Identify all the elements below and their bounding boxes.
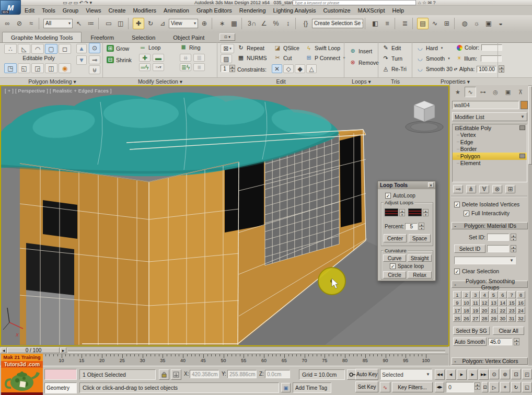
menu-tools[interactable]: Tools (38, 7, 59, 14)
color-swatch[interactable] (481, 44, 502, 51)
visibility-swatch-icon[interactable] (519, 154, 525, 158)
smooth-30-button[interactable]: ◡Smooth 30▾ (417, 65, 457, 72)
create-tab[interactable]: ★ (452, 87, 464, 97)
menu-lighting-analysis[interactable]: Lighting Analysis (270, 7, 320, 14)
loop-tools-dialog[interactable]: Loop Tools ✕ AutoLoop Adjust Loops ▲▼ ▲▼… (377, 181, 436, 281)
tris-panel-label[interactable]: Tris (379, 78, 412, 85)
x-coordinate-field[interactable]: 420.358cm (190, 370, 219, 378)
smoothing-group-29[interactable]: 29 (490, 315, 498, 322)
percent-field[interactable]: 5 (405, 223, 418, 230)
shift-down-icon[interactable]: ▼ (76, 55, 87, 65)
smoothing-group-8[interactable]: 8 (517, 291, 525, 298)
stack-item-element[interactable]: ┈Element (453, 160, 527, 167)
stack-item-edge[interactable]: ┈Edge (453, 138, 527, 146)
loops-panel-label[interactable]: Loops ▾ (345, 78, 378, 85)
bind-to-space-warp-icon[interactable]: ≈ (26, 18, 37, 29)
set-key-button[interactable]: Set Key (355, 381, 378, 392)
space-loop-checkbox[interactable] (390, 263, 396, 269)
smoothing-group-24[interactable]: 24 (517, 307, 525, 314)
mirror-icon[interactable]: ◧ (369, 18, 381, 29)
go-to-end-button[interactable]: ▶▶ (479, 369, 489, 380)
smoothing-group-14[interactable]: 14 (499, 299, 507, 306)
named-selection-sets-dropdown[interactable]: Create Selection Se▾ (312, 19, 363, 28)
smoothing-group-23[interactable]: 23 (507, 307, 516, 314)
selection-lock-toggle[interactable] (159, 369, 169, 380)
stack-item-vertex[interactable]: ┈Vertex (453, 132, 527, 139)
clear-all-button[interactable]: Clear All (493, 327, 524, 335)
object-name-field[interactable]: wall04 (452, 101, 519, 109)
set-id-field[interactable] (487, 234, 509, 241)
previous-frame-button[interactable]: ◀ (446, 369, 456, 380)
constraint-face-icon[interactable]: ◆ (295, 64, 305, 73)
maxscript-mini-listener-white[interactable]: Geometry (44, 382, 77, 393)
material-name-dropdown[interactable]: ▼ (454, 257, 516, 264)
reference-coordinate-dropdown[interactable]: View▾ (169, 19, 198, 28)
grow-loop-button[interactable]: ✚ (139, 54, 151, 62)
smoothing-group-21[interactable]: 21 (490, 307, 498, 314)
show-end-result-icon[interactable]: ⋔ (466, 185, 476, 193)
material-ids-rollout-header[interactable]: - Polygon: Material IDs (452, 222, 528, 229)
hard-edges-button[interactable]: ◡Hard▾ (417, 44, 443, 51)
use-pivot-point-center-icon[interactable]: ⊕ (199, 18, 210, 29)
default-in-out-tangent-button[interactable]: ∿ (380, 382, 390, 392)
remove-loop-button[interactable]: ⊗Remove (349, 59, 379, 66)
graphite-ribbon-toggle-icon[interactable]: ▤ (417, 18, 429, 29)
panel-scrollbar-thumb[interactable] (528, 86, 532, 165)
menu-rendering[interactable]: Rendering (236, 7, 270, 14)
field-of-view-button[interactable]: ▷ (489, 382, 499, 392)
polygon-modeling-panel-label[interactable]: Polygon Modeling ▾ (2, 78, 102, 85)
shift-up-icon[interactable]: ▲ (76, 44, 87, 53)
set-id-spinner[interactable]: ▲▼ (511, 234, 516, 241)
select-by-sg-button[interactable]: Select By SG (453, 327, 490, 335)
smoothing-group-2[interactable]: 2 (462, 291, 470, 298)
menu-edit[interactable]: Edit (21, 7, 38, 14)
close-icon[interactable]: ✕ (428, 182, 434, 188)
menu-graph-editors[interactable]: Graph Editors (193, 7, 236, 14)
edit-value-field[interactable]: 1 (221, 65, 229, 72)
full-interactivity-checkbox[interactable] (464, 211, 469, 216)
smoothing-group-16[interactable]: 16 (517, 299, 525, 306)
center-button[interactable]: Center (384, 234, 407, 242)
menu-animation[interactable]: Animation (160, 7, 193, 14)
spinner-snap-icon[interactable]: ↕ (282, 18, 294, 29)
select-object-icon[interactable]: ↖ (73, 18, 85, 29)
loop-spinner-1[interactable]: ▲▼ (399, 209, 405, 216)
delete-isolated-row[interactable]: Delete Isolated Vertices (454, 201, 519, 207)
smoothing-group-22[interactable]: 22 (499, 307, 507, 314)
smoothing-group-15[interactable]: 15 (507, 299, 516, 306)
configure-modifier-sets-icon[interactable]: ⊞ (505, 185, 515, 193)
unlink-selection-icon[interactable]: ⊘ (14, 18, 25, 29)
qslice-button[interactable]: ◪QSlice (274, 44, 299, 51)
element-mode-icon[interactable]: ◻ (59, 44, 71, 54)
angle-snap-icon[interactable]: ∠ (258, 18, 270, 29)
smoothing-group-1[interactable]: 1 (453, 291, 461, 298)
smoothing-group-5[interactable]: 5 (490, 291, 498, 298)
curve-editor-icon[interactable]: ∿ (429, 18, 441, 29)
time-slider-track[interactable] (68, 350, 445, 353)
modify-selection-panel-label[interactable]: Modify Selection ▾ (103, 78, 217, 85)
percent-snap-icon[interactable]: % (270, 18, 282, 29)
zoom-button[interactable]: ⊙ (489, 369, 499, 379)
frame-spinner[interactable]: ▲▼ (475, 382, 480, 390)
illum-swatch[interactable] (481, 55, 502, 62)
border-mode-icon[interactable]: ◠ (31, 44, 44, 54)
menu-create[interactable]: Create (105, 7, 129, 14)
z-coordinate-field[interactable]: 0.0cm (265, 370, 290, 378)
grow-button[interactable]: ⊞Grow (107, 45, 129, 52)
remove-modifier-icon[interactable]: ⊗ (492, 185, 502, 193)
loop-swatch-2[interactable] (408, 208, 422, 216)
next-frame-button[interactable]: ▶ (468, 369, 478, 380)
modifier-list-dropdown[interactable]: Modifier List▼ (452, 112, 527, 121)
smoothing-group-18[interactable]: 18 (462, 307, 470, 314)
smoothing-group-30[interactable]: 30 (499, 315, 507, 322)
menu-modifiers[interactable]: Modifiers (129, 7, 160, 14)
zoom-region-button[interactable]: ◰ (522, 369, 532, 379)
loop-swatch-1[interactable] (385, 208, 398, 216)
space-loop-row[interactable]: Space loop (390, 263, 424, 269)
circle-button[interactable]: Circle (383, 271, 406, 278)
relax-button[interactable]: Relax (408, 271, 432, 278)
select-id-spinner[interactable]: ▲▼ (511, 245, 516, 252)
autoloop-row[interactable]: AutoLoop (385, 193, 435, 199)
rectangular-selection-region-icon[interactable]: ▭ (103, 18, 114, 29)
tab-graphite-modeling-tools[interactable]: Graphite Modeling Tools (2, 32, 82, 42)
